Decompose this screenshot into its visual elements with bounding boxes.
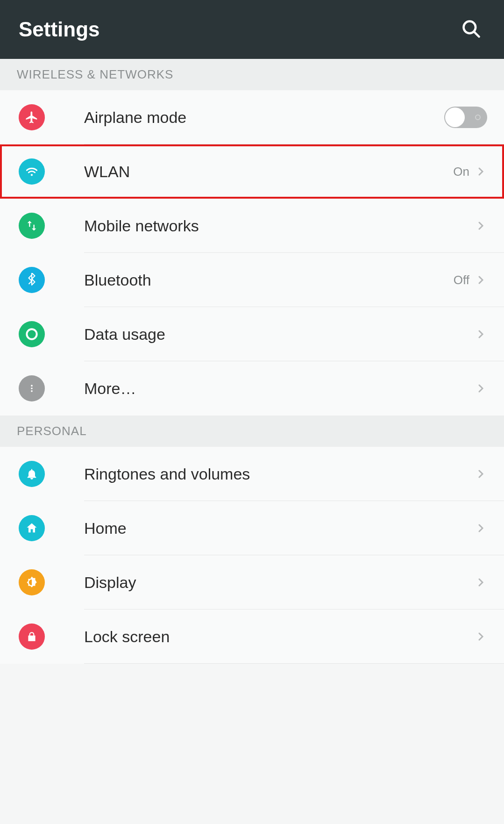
- bluetooth-icon: [19, 267, 45, 293]
- data-usage-icon: [19, 321, 45, 347]
- row-lock-screen[interactable]: Lock screen: [0, 609, 504, 664]
- svg-point-3: [27, 329, 36, 339]
- home-icon: [19, 515, 45, 541]
- row-label: Mobile networks: [84, 217, 474, 235]
- chevron-right-icon: [474, 630, 487, 643]
- row-wlan[interactable]: WLAN On: [0, 144, 504, 199]
- row-label: Data usage: [84, 325, 474, 344]
- airplane-toggle[interactable]: [444, 107, 487, 128]
- chevron-right-icon: [474, 382, 487, 395]
- highlight-wlan: WLAN On: [0, 144, 504, 199]
- svg-point-6: [31, 390, 33, 392]
- airplane-icon: [19, 104, 45, 130]
- chevron-right-icon: [474, 219, 487, 232]
- row-label: Airplane mode: [84, 108, 444, 127]
- chevron-right-icon: [474, 467, 487, 480]
- row-label: Lock screen: [84, 628, 474, 646]
- mobile-networks-icon: [19, 213, 45, 239]
- row-label: Display: [84, 573, 474, 592]
- row-bluetooth[interactable]: Bluetooth Off: [0, 253, 504, 307]
- row-ringtones[interactable]: Ringtones and volumes: [0, 447, 504, 501]
- switch-knob: [445, 107, 465, 127]
- row-airplane-mode[interactable]: Airplane mode: [0, 90, 504, 144]
- search-icon: [461, 34, 482, 41]
- row-more[interactable]: More…: [0, 361, 504, 416]
- row-label: More…: [84, 380, 474, 398]
- section-header-wireless: WIRELESS & NETWORKS: [0, 59, 504, 90]
- wlan-status: On: [453, 165, 469, 179]
- bluetooth-status: Off: [454, 273, 469, 287]
- chevron-right-icon: [474, 576, 487, 589]
- chevron-right-icon: [474, 328, 487, 341]
- row-label: Bluetooth: [84, 271, 454, 289]
- page-title: Settings: [19, 18, 100, 41]
- lock-icon: [19, 623, 45, 650]
- more-icon: [19, 375, 45, 401]
- row-label: WLAN: [84, 163, 453, 181]
- svg-point-4: [31, 385, 33, 387]
- app-header: Settings: [0, 0, 504, 59]
- wifi-icon: [19, 158, 45, 185]
- row-mobile-networks[interactable]: Mobile networks: [0, 199, 504, 253]
- row-label: Ringtones and volumes: [84, 465, 474, 483]
- svg-point-2: [31, 174, 33, 176]
- row-home[interactable]: Home: [0, 501, 504, 555]
- chevron-right-icon: [474, 522, 487, 535]
- brightness-icon: [19, 569, 45, 595]
- svg-line-1: [474, 31, 479, 36]
- row-display[interactable]: Display: [0, 555, 504, 609]
- chevron-right-icon: [474, 165, 487, 178]
- section-header-personal: PERSONAL: [0, 416, 504, 447]
- row-data-usage[interactable]: Data usage: [0, 307, 504, 361]
- switch-indicator: [475, 115, 481, 120]
- search-button[interactable]: [457, 15, 485, 44]
- svg-point-5: [31, 387, 33, 389]
- bell-icon: [19, 461, 45, 487]
- chevron-right-icon: [474, 273, 487, 287]
- row-label: Home: [84, 519, 474, 537]
